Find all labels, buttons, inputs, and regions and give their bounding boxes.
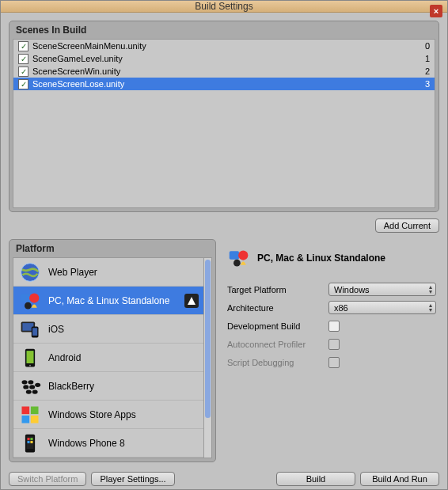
build-settings-window: Build Settings × Scenes In Build ✓SceneS…	[0, 0, 448, 490]
platform-panel: Platform Web PlayerPC, Mac & Linux Stand…	[9, 239, 216, 462]
platform-label: BlackBerry	[48, 381, 199, 392]
platform-scrollbar[interactable]	[203, 258, 211, 458]
scene-name: SceneScreenWin.unity	[32, 66, 416, 76]
close-button[interactable]: ×	[430, 5, 442, 17]
close-icon: ×	[434, 6, 439, 16]
autoconnect-row: Autoconnect Profiler	[227, 336, 436, 351]
scene-checkbox[interactable]: ✓	[18, 41, 28, 51]
script-debug-label: Script Debugging	[227, 358, 328, 367]
svg-point-23	[32, 389, 38, 393]
svg-rect-37	[230, 251, 239, 260]
autoconnect-label: Autoconnect Profiler	[227, 340, 328, 349]
scenes-header: Scenes In Build	[9, 21, 439, 39]
platform-item-globe[interactable]: Web Player	[13, 258, 203, 287]
scene-checkbox[interactable]: ✓	[18, 66, 28, 77]
scene-index: 1	[416, 54, 430, 63]
globe-icon	[18, 260, 42, 284]
bottom-bar: Switch Platform Player Settings... Build…	[9, 469, 439, 486]
settings-pane: PC, Mac & Linux Standalone Target Platfo…	[224, 239, 439, 462]
svg-marker-6	[188, 297, 196, 305]
svg-rect-10	[32, 328, 37, 336]
architecture-label: Architecture	[227, 303, 328, 313]
svg-point-20	[29, 385, 35, 389]
scene-index: 0	[416, 41, 430, 51]
platform-header: Platform	[9, 240, 215, 257]
build-and-run-button[interactable]: Build And Run	[360, 472, 439, 486]
platform-item-blackberry[interactable]: BlackBerry	[13, 372, 203, 401]
settings-header: PC, Mac & Linux Standalone	[227, 244, 436, 272]
svg-rect-25	[22, 406, 30, 414]
scene-checkbox[interactable]: ✓	[18, 79, 28, 89]
platform-label: PC, Mac & Linux Standalone	[48, 295, 178, 306]
lower-area: Platform Web PlayerPC, Mac & Linux Stand…	[9, 239, 439, 462]
svg-point-22	[26, 389, 32, 393]
platform-label: Web Player	[48, 267, 199, 278]
pcmaclinux-icon	[18, 289, 42, 313]
dev-build-label: Development Build	[227, 321, 328, 331]
script-debug-checkbox	[328, 357, 340, 368]
svg-point-18	[28, 380, 33, 384]
platform-item-winstore[interactable]: Windows Store Apps	[13, 401, 203, 429]
autoconnect-checkbox	[328, 339, 340, 350]
svg-point-17	[22, 380, 28, 384]
target-platform-dropdown[interactable]: Windows ▴▾	[328, 283, 436, 296]
svg-rect-27	[22, 415, 30, 423]
architecture-value: x86	[334, 303, 348, 313]
scene-index: 2	[416, 66, 430, 76]
scene-list[interactable]: ✓SceneScreenMainMenu.unity0✓SceneGameLev…	[13, 39, 435, 208]
scene-index: 3	[416, 79, 430, 89]
window-title: Build Settings	[195, 1, 252, 12]
scroll-thumb[interactable]	[205, 260, 211, 418]
winphone-icon	[18, 431, 42, 455]
svg-rect-32	[28, 438, 30, 440]
scene-row[interactable]: ✓SceneGameLevel.unity1	[13, 52, 435, 65]
pcmaclinux-icon	[227, 246, 251, 270]
svg-rect-34	[28, 440, 30, 443]
platform-label: Android	[48, 352, 199, 363]
scene-name: SceneScreenLose.unity	[32, 79, 416, 89]
scene-row[interactable]: ✓SceneScreenLose.unity3	[13, 78, 435, 90]
scene-name: SceneScreenMainMenu.unity	[32, 41, 416, 51]
scene-name: SceneGameLevel.unity	[32, 54, 416, 63]
architecture-row: Architecture x86 ▴▾	[227, 300, 436, 315]
switch-platform-button: Switch Platform	[9, 472, 86, 486]
dev-build-row: Development Build	[227, 318, 436, 333]
platform-item-winphone[interactable]: Windows Phone 8	[13, 429, 203, 458]
platform-item-ios[interactable]: iOS	[13, 315, 203, 344]
platform-list: Web PlayerPC, Mac & Linux StandaloneiOSA…	[13, 257, 212, 458]
target-platform-value: Windows	[334, 285, 370, 294]
platform-item-android[interactable]: Android	[13, 344, 203, 372]
android-icon	[18, 346, 42, 370]
blackberry-icon	[18, 374, 42, 398]
player-settings-button[interactable]: Player Settings...	[91, 472, 174, 486]
platform-items: Web PlayerPC, Mac & Linux StandaloneiOSA…	[13, 258, 203, 458]
architecture-dropdown[interactable]: x86 ▴▾	[328, 301, 436, 314]
svg-rect-28	[31, 415, 39, 423]
target-platform-row: Target Platform Windows ▴▾	[227, 282, 436, 297]
scene-row[interactable]: ✓SceneScreenMainMenu.unity0	[13, 40, 435, 52]
svg-rect-35	[30, 440, 32, 443]
svg-point-38	[238, 250, 248, 260]
svg-rect-33	[30, 438, 32, 440]
platform-label: Windows Phone 8	[48, 438, 199, 449]
build-button[interactable]: Build	[276, 472, 355, 486]
svg-point-19	[23, 385, 28, 389]
svg-point-5	[25, 302, 32, 309]
updown-icon: ▴▾	[429, 303, 432, 313]
platform-label: Windows Store Apps	[48, 409, 199, 420]
platform-item-pcmaclinux[interactable]: PC, Mac & Linux Standalone	[13, 287, 203, 315]
unity-badge-icon	[184, 294, 199, 308]
updown-icon: ▴▾	[429, 285, 432, 294]
svg-rect-26	[31, 406, 39, 414]
svg-rect-14	[27, 351, 34, 363]
add-current-row: Add Current	[9, 218, 439, 233]
svg-point-39	[233, 260, 241, 267]
target-platform-label: Target Platform	[227, 285, 328, 294]
winstore-icon	[18, 403, 42, 427]
settings-title: PC, Mac & Linux Standalone	[257, 253, 385, 264]
scene-row[interactable]: ✓SceneScreenWin.unity2	[13, 65, 435, 78]
dev-build-checkbox[interactable]	[328, 321, 340, 332]
scene-checkbox[interactable]: ✓	[18, 54, 28, 64]
svg-point-4	[29, 293, 39, 302]
add-current-button[interactable]: Add Current	[375, 218, 439, 233]
